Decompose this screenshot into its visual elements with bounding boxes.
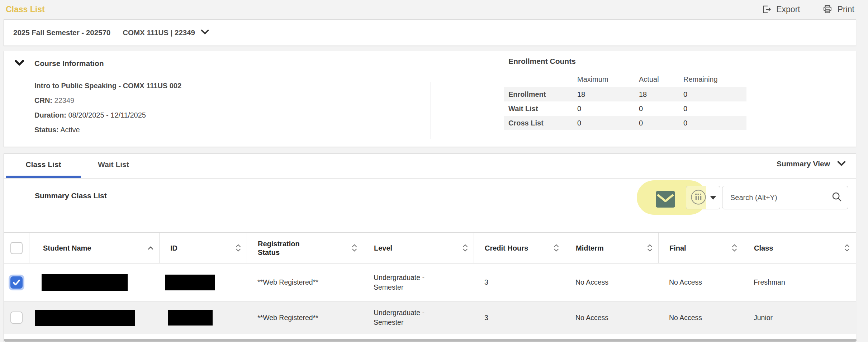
waitlist-maximum: 0 xyxy=(573,101,635,116)
col-maximum: Maximum xyxy=(573,71,635,87)
credit-hours-cell: 3 xyxy=(474,301,565,334)
waitlist-actual: 0 xyxy=(635,101,679,116)
credit-hours-cell: 3 xyxy=(474,263,565,301)
chevron-down-icon xyxy=(15,62,24,67)
sort-icon xyxy=(554,244,559,252)
print-icon xyxy=(822,4,833,15)
status-value: Active xyxy=(60,126,80,134)
export-icon xyxy=(761,4,772,15)
header-level[interactable]: Level xyxy=(363,233,474,263)
top-bar: Class List Export Print xyxy=(0,0,868,19)
horizontal-scrollbar[interactable] xyxy=(4,339,857,342)
chevron-down-icon xyxy=(201,29,209,36)
waitlist-remaining: 0 xyxy=(679,101,746,116)
col-remaining: Remaining xyxy=(679,71,746,87)
search-icon[interactable] xyxy=(831,191,842,204)
crn-line: CRN: 22349 xyxy=(34,93,181,108)
crosslist-remaining: 0 xyxy=(679,116,746,130)
header-credit-hours[interactable]: Credit Hours xyxy=(474,233,565,263)
crn-value: 22349 xyxy=(54,96,75,104)
status-label: Status: xyxy=(34,126,59,134)
enrollment-maximum: 18 xyxy=(573,87,635,101)
final-cell: No Access xyxy=(658,301,743,334)
level-cell: Undergraduate - Semester xyxy=(374,273,433,292)
student-table: Student Name ID Registration Status xyxy=(4,232,856,342)
col-actual: Actual xyxy=(635,71,679,87)
header-id[interactable]: ID xyxy=(159,233,247,263)
header-final[interactable]: Final xyxy=(658,233,743,263)
email-button[interactable] xyxy=(656,191,675,208)
view-mode-label: Summary View xyxy=(777,160,830,168)
course-tools-dropdown[interactable] xyxy=(686,186,720,209)
header-student-name[interactable]: Student Name xyxy=(29,233,159,263)
chevron-down-icon xyxy=(837,160,846,168)
tabs-bar: Class List Wait List Summary View xyxy=(4,154,856,179)
table-row: **Web Registered** Undergraduate - Semes… xyxy=(4,301,856,334)
print-label: Print xyxy=(838,5,854,14)
crosslist-actual: 0 xyxy=(635,116,679,130)
registration-status-cell: **Web Registered** xyxy=(247,301,363,334)
enrollment-counts-title: Enrollment Counts xyxy=(508,57,746,66)
enrollment-counts: Enrollment Counts Maximum Actual Remaini… xyxy=(504,57,746,130)
sort-ascending-icon xyxy=(148,246,153,250)
class-cell: Junior xyxy=(743,301,855,334)
crosslist-maximum: 0 xyxy=(573,116,635,130)
enrollment-actual: 18 xyxy=(635,87,679,101)
page-title: Class List xyxy=(6,5,45,14)
class-list-page: { "page": { "title": "Class List" }, "ac… xyxy=(0,0,868,342)
midterm-cell: No Access xyxy=(565,263,658,301)
header-class[interactable]: Class xyxy=(743,233,855,263)
sort-icon xyxy=(463,244,468,252)
class-cell: Freshman xyxy=(743,263,855,301)
sort-icon xyxy=(844,244,850,252)
summary-class-list-title: Summary Class List xyxy=(35,191,107,200)
table-row: **Web Registered** Undergraduate - Semes… xyxy=(4,263,856,301)
duration-value: 08/20/2025 - 12/11/2025 xyxy=(68,111,146,119)
tab-class-list[interactable]: Class List xyxy=(6,160,81,169)
envelope-icon xyxy=(656,203,675,209)
sort-icon xyxy=(732,244,737,252)
row-waitlist-label: Wait List xyxy=(504,101,573,116)
header-registration-status[interactable]: Registration Status xyxy=(247,233,363,263)
sort-icon xyxy=(352,244,357,252)
top-bar-actions: Export Print xyxy=(761,4,854,15)
row-checkbox[interactable] xyxy=(10,312,23,324)
tab-wait-list[interactable]: Wait List xyxy=(98,160,129,169)
registration-status-cell: **Web Registered** xyxy=(247,263,363,301)
select-all-checkbox[interactable] xyxy=(10,242,23,254)
row-checkbox-checked[interactable] xyxy=(10,276,23,289)
enrollment-counts-table: Maximum Actual Remaining Enrollment 18 1… xyxy=(504,71,746,130)
class-list-panel: Class List Wait List Summary View Summar… xyxy=(4,153,856,342)
crn-label: CRN: xyxy=(34,96,52,104)
view-mode-dropdown[interactable]: Summary View xyxy=(777,160,846,168)
course-details: Intro to Public Speaking - COMX 111US 00… xyxy=(34,79,181,137)
print-button[interactable]: Print xyxy=(822,4,854,15)
export-button[interactable]: Export xyxy=(761,4,800,15)
course-title: Intro to Public Speaking - COMX 111US 00… xyxy=(34,79,181,93)
sort-icon xyxy=(647,244,653,252)
final-cell: No Access xyxy=(658,263,743,301)
select-all-cell xyxy=(4,233,29,263)
duration-label: Duration: xyxy=(34,111,66,119)
export-label: Export xyxy=(776,5,800,14)
redacted-student-name xyxy=(42,274,128,291)
redacted-student-name xyxy=(35,310,135,326)
vertical-divider xyxy=(431,82,431,139)
status-line: Status: Active xyxy=(34,123,181,137)
term-label: 2025 Fall Semester - 202570 xyxy=(13,28,110,37)
enrollment-remaining: 0 xyxy=(679,87,746,101)
collapse-section-button[interactable] xyxy=(15,60,24,67)
level-cell: Undergraduate - Semester xyxy=(374,308,433,327)
search-box xyxy=(722,186,848,209)
search-input[interactable] xyxy=(730,193,831,202)
header-midterm[interactable]: Midterm xyxy=(565,233,658,263)
row-enrollment-label: Enrollment xyxy=(504,87,573,101)
bank-columns-icon xyxy=(690,189,707,206)
active-tab-indicator xyxy=(6,176,81,178)
row-crosslist-label: Cross List xyxy=(504,116,573,130)
midterm-cell: No Access xyxy=(565,301,658,334)
course-information-title: Course Information xyxy=(34,59,104,68)
term-course-bar: 2025 Fall Semester - 202570 COMX 111US |… xyxy=(4,19,856,46)
sort-icon xyxy=(236,244,241,252)
course-selector[interactable]: COMX 111US | 22349 xyxy=(123,28,209,37)
